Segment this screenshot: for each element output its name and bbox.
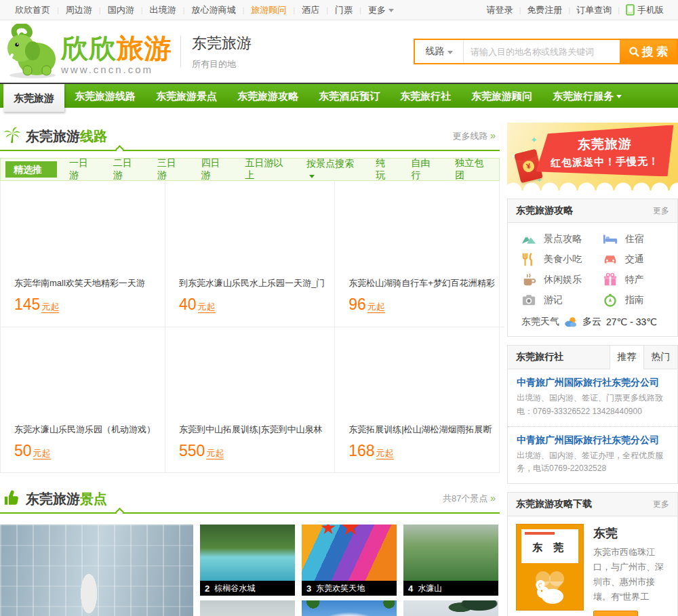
spot-photo	[302, 600, 397, 616]
mainnav-dongguan-home[interactable]: 东莞旅游	[3, 84, 64, 112]
route-card[interactable]: 东莞松山湖骑自行车+梦幻百花洲精彩 96元起	[335, 181, 504, 327]
spots-section: 东莞旅游景点 共87个景点 » 2棕榈谷水城 3东莞	[0, 485, 500, 616]
guide-item-specialty[interactable]: 特产	[603, 270, 673, 290]
agency-tab-recommended[interactable]: 推荐	[610, 346, 643, 369]
guide-box: 东莞旅游攻略 更多 景点攻略 住宿 美食小吃 交通	[507, 199, 678, 337]
route-product-grid: 东莞华南mall欢笑天地精彩一天游 145元起 到东莞水濂山乐民水上乐园一天游_…	[0, 181, 500, 473]
spot-photo-large[interactable]	[0, 525, 193, 616]
agency-name-link[interactable]: 中青旅广州国际旅行社东莞分公司	[517, 377, 669, 389]
register-link[interactable]: 免费注册	[521, 4, 568, 16]
agency-desc: 出境游、国内游、签证办理，全程优质服务，电话0769-22032528	[517, 449, 669, 476]
agency-item[interactable]: 中青旅广州国际旅行社东莞分公司 出境游、国内游、签证办理，全程优质服务，电话07…	[508, 426, 677, 484]
logo-wordmark: 欣欣旅游	[61, 33, 172, 63]
filter-pure-play[interactable]: 纯玩	[367, 157, 402, 182]
spot-tile[interactable]	[403, 600, 498, 616]
chevron-down-icon	[309, 175, 315, 181]
site-logo[interactable]: 欣欣旅游 www.cncn.com	[1, 24, 172, 79]
utensils-icon	[521, 252, 536, 267]
agency-name-link[interactable]: 中青旅广州国际旅行社东莞分公司	[517, 434, 669, 447]
mobile-version-link[interactable]: 手机版	[620, 4, 670, 16]
guide-item-transport[interactable]: 交通	[603, 249, 673, 270]
chevron-down-icon	[388, 9, 394, 15]
route-title[interactable]: 东莞水濂山乐民游乐园（机动游戏）	[14, 424, 155, 436]
route-card[interactable]: 东莞到中山拓展训练|东莞到中山泉林 550元起	[165, 327, 335, 472]
spot-tile[interactable]: 2棕榈谷水城	[200, 525, 295, 596]
all-destinations-link[interactable]: 所有目的地	[192, 58, 252, 70]
spot-tile[interactable]: 4水濂山	[403, 525, 498, 596]
route-title[interactable]: 东莞拓展训练|松山湖松湖烟雨拓展断	[348, 424, 495, 436]
guide-item-leisure[interactable]: 休闲娱乐	[521, 270, 603, 290]
mainnav-hotels[interactable]: 东莞酒店预订	[308, 84, 390, 108]
guide-item-spots[interactable]: 景点攻略	[521, 229, 603, 249]
route-title[interactable]: 东莞华南mall欢笑天地精彩一天游	[14, 277, 155, 289]
mainnav-spots[interactable]: 东莞旅游景点	[146, 84, 227, 108]
download-more-link[interactable]: 更多	[653, 499, 677, 510]
agency-item[interactable]: 中青旅广州国际旅行社东莞分公司 出境游、国内游、签证、门票更多线路致电：0769…	[508, 369, 677, 426]
guide-item-food[interactable]: 美食小吃	[521, 249, 603, 270]
gift-icon	[603, 272, 618, 287]
filter-private-group[interactable]: 独立包团	[446, 157, 499, 182]
mainnav-services[interactable]: 东莞旅行服务	[542, 84, 632, 108]
route-title[interactable]: 东莞到中山拓展训练|东莞到中山泉林	[179, 424, 325, 436]
filter-2day[interactable]: 二日游	[104, 157, 148, 182]
search-input[interactable]	[464, 47, 620, 57]
topnav-hotel[interactable]: 酒店	[295, 4, 326, 16]
topnav-tickets[interactable]: 门票	[328, 4, 359, 16]
filter-3day[interactable]: 三日游	[148, 157, 193, 182]
topnav-home[interactable]: 欣欣首页	[8, 4, 57, 16]
search-button[interactable]: 搜 索	[620, 40, 677, 63]
logo-url: www.cncn.com	[61, 64, 172, 75]
route-card[interactable]: 东莞华南mall欢笑天地精彩一天游 145元起	[1, 181, 165, 327]
route-card[interactable]: 东莞拓展训练|松山湖松湖烟雨拓展断 168元起	[335, 327, 504, 472]
topnav-nearby[interactable]: 周边游	[59, 4, 99, 16]
section-underline	[0, 512, 500, 514]
all-spots-link[interactable]: 共87个景点 »	[443, 493, 496, 505]
spot-photo	[403, 600, 498, 616]
download-button[interactable]: 下载	[593, 611, 638, 616]
spot-tile[interactable]: 3东莞欢笑天地	[302, 525, 397, 596]
filter-by-spot-dropdown[interactable]: 按景点搜索	[298, 158, 367, 181]
red-packet-banner[interactable]: ✦ + + ¥ 东莞旅游 红包派送中！手慢无！	[507, 123, 678, 190]
agency-box: 东莞旅行社 推荐 热门 中青旅广州国际旅行社东莞分公司 出境游、国内游、签证、门…	[507, 345, 678, 484]
filter-free-travel[interactable]: 自由行	[402, 157, 446, 182]
guidebook-cover[interactable]: 东 莞	[516, 524, 584, 611]
guidebook-name: 东莞	[593, 525, 669, 541]
mainnav-routes[interactable]: 东莞旅游线路	[64, 84, 146, 108]
spot-tile[interactable]	[200, 600, 295, 616]
guide-item-lodging[interactable]: 住宿	[603, 229, 673, 249]
filter-1day[interactable]: 一日游	[60, 157, 104, 182]
top-utility-bar: 欣欣首页| 周边游| 国内游| 出境游| 放心游商城| 旅游顾问| 酒店| 门票…	[0, 0, 678, 20]
mainnav-consultants[interactable]: 东莞旅游顾问	[461, 84, 542, 108]
topnav-domestic[interactable]: 国内游	[101, 4, 141, 16]
spot-tile[interactable]	[302, 600, 397, 616]
mainnav-guides[interactable]: 东莞旅游攻略	[227, 84, 308, 108]
topnav-mall[interactable]: 放心游商城	[184, 4, 242, 16]
spot-caption: 4水濂山	[403, 581, 498, 596]
topnav-outbound[interactable]: 出境游	[143, 4, 183, 16]
filter-featured[interactable]: 精选推荐	[5, 161, 57, 178]
spot-photo	[200, 525, 295, 581]
mainnav-agencies[interactable]: 东莞旅行社	[390, 84, 461, 108]
route-title[interactable]: 东莞松山湖骑自行车+梦幻百花洲精彩	[348, 277, 495, 289]
guide-item-guidebook[interactable]: 指南	[603, 290, 673, 310]
filter-5day-plus[interactable]: 五日游以上	[237, 157, 298, 182]
route-price: 145元起	[14, 295, 155, 314]
filter-4day[interactable]: 四日游	[193, 157, 237, 182]
agency-tab-hot[interactable]: 热门	[643, 346, 677, 369]
more-routes-link[interactable]: 更多线路 »	[453, 130, 496, 142]
topnav-consultant[interactable]: 旅游顾问	[244, 4, 293, 16]
login-link[interactable]: 请登录	[480, 4, 519, 16]
route-card[interactable]: 东莞水濂山乐民游乐园（机动游戏） 50元起	[1, 327, 165, 472]
order-query-link[interactable]: 订单查询	[570, 4, 618, 16]
search-category-dropdown[interactable]: 线路	[415, 40, 464, 63]
guide-more-link[interactable]: 更多	[653, 205, 677, 217]
spot-photo	[302, 525, 397, 581]
route-card[interactable]: 到东莞水濂山乐民水上乐园一天游_门 40元起	[165, 181, 335, 327]
topnav-more[interactable]: 更多	[361, 4, 401, 16]
guide-item-travelogue[interactable]: 游记	[521, 290, 603, 310]
spot-photo	[200, 600, 295, 616]
route-price: 40元起	[179, 295, 325, 314]
route-title[interactable]: 到东莞水濂山乐民水上乐园一天游_门	[179, 277, 325, 289]
main-nav: 东莞旅游 东莞旅游线路 东莞旅游景点 东莞旅游攻略 东莞酒店预订 东莞旅行社 东…	[0, 83, 678, 108]
star-decoration	[341, 525, 360, 537]
